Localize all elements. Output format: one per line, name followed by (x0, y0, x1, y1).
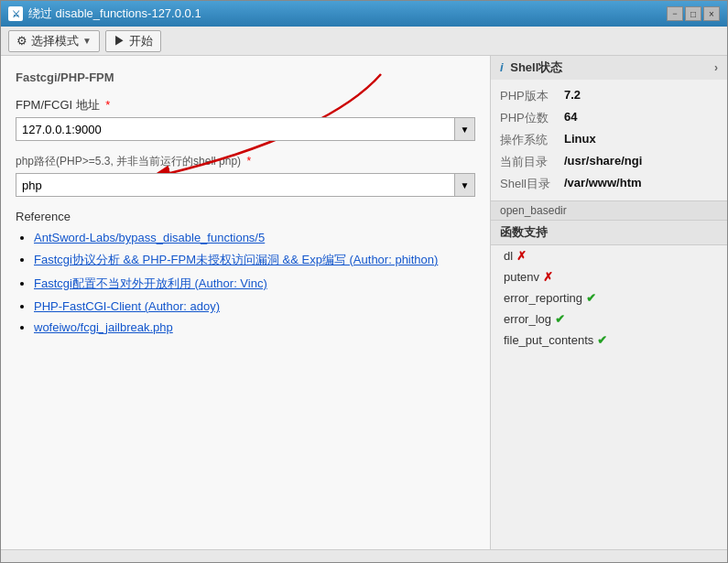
functions-section-header: 函数支持 (491, 221, 727, 245)
right-panel: i Shell状态 › PHP版本 7.2 PHP位数 64 操作系 (491, 56, 727, 549)
section-title: Fastcgi/PHP-FPM (16, 70, 475, 84)
list-item: Fastcgi配置不当对外开放利用 (Author: Vinc) (34, 276, 475, 292)
required-star-php: * (246, 155, 251, 168)
functions-label: 函数支持 (500, 225, 548, 239)
start-button[interactable]: ▶ 开始 (105, 30, 161, 52)
php-path-input[interactable] (16, 173, 455, 197)
window-icon: ⚔ (8, 6, 23, 21)
list-item: Fastcgi协议分析 && PHP-FPM未授权访问漏洞 && Exp编写 (… (34, 252, 475, 268)
minimize-button[interactable]: － (667, 6, 683, 21)
shell-dir-value: /var/www/htm (564, 176, 718, 192)
ref-link-5[interactable]: wofeiwo/fcgi_jailbreak.php (34, 320, 173, 334)
info-icon: i (500, 60, 504, 74)
close-button[interactable]: × (703, 6, 720, 21)
ref-link-1[interactable]: AntSword-Labs/bypass_disable_functions/5 (34, 231, 265, 244)
php-bits-label: PHP位数 (500, 110, 564, 126)
php-version-value: 7.2 (564, 88, 718, 104)
function-name-dl: dl (504, 249, 513, 263)
select-mode-label: 选择模式 (31, 33, 79, 49)
function-item-file-put-contents: file_put_contents ✔ (491, 330, 727, 351)
function-name-file-put-contents: file_put_contents (504, 333, 593, 347)
info-row-current-dir: 当前目录 /usr/share/ngi (500, 151, 718, 173)
function-name-error-reporting: error_reporting (504, 291, 582, 305)
main-area: Fastcgi/PHP-FPM FPM/FCGI 地址 * ▼ php路径(PH… (1, 56, 727, 549)
function-item-error-reporting: error_reporting ✔ (491, 287, 727, 309)
bottom-scrollbar[interactable] (1, 549, 727, 562)
list-item: PHP-FastCGI-Client (Author: adoy) (34, 299, 475, 313)
function-name-putenv: putenv (504, 270, 539, 284)
php-path-label: php路径(PHP>=5.3, 并非当前运行的shell php) * (16, 154, 475, 169)
os-value: Linux (564, 132, 718, 148)
cross-icon-dl: ✗ (516, 249, 527, 263)
check-icon-file-put-contents: ✔ (597, 333, 607, 347)
toolbar: ⚙ 选择模式 ▼ ▶ 开始 (1, 27, 727, 56)
expand-icon[interactable]: › (714, 61, 718, 74)
list-item: AntSword-Labs/bypass_disable_functions/5 (34, 231, 475, 244)
current-dir-value: /usr/share/ngi (564, 154, 718, 170)
function-item-error-log: error_log ✔ (491, 309, 727, 330)
cross-icon-putenv: ✗ (543, 270, 553, 284)
maximize-button[interactable]: □ (685, 6, 701, 21)
left-panel: Fastcgi/PHP-FPM FPM/FCGI 地址 * ▼ php路径(PH… (1, 56, 491, 549)
php-dropdown-button[interactable]: ▼ (455, 173, 475, 197)
php-version-label: PHP版本 (500, 88, 564, 104)
functions-section: 函数支持 dl ✗ putenv ✗ error_reporting ✔ err… (491, 221, 727, 549)
fpm-field-section: FPM/FCGI 地址 * ▼ (16, 97, 475, 141)
main-window: ⚔ 绕过 disable_functions-127.0.0.1 － □ × ⚙… (0, 0, 728, 563)
function-item-putenv: putenv ✗ (491, 266, 727, 287)
start-label: ▶ 开始 (114, 33, 153, 49)
check-icon-error-reporting: ✔ (586, 291, 596, 305)
window-controls: － □ × (667, 6, 720, 21)
info-row-php-bits: PHP位数 64 (500, 107, 718, 129)
title-bar-left: ⚔ 绕过 disable_functions-127.0.0.1 (8, 5, 201, 22)
function-item-dl: dl ✗ (491, 245, 727, 266)
info-row-shell-dir: Shell目录 /var/www/htm (500, 173, 718, 195)
list-item: wofeiwo/fcgi_jailbreak.php (34, 320, 475, 334)
current-dir-label: 当前目录 (500, 154, 564, 170)
info-row-os: 操作系统 Linux (500, 129, 718, 151)
function-name-error-log: error_log (504, 312, 551, 326)
reference-title: Reference (16, 210, 475, 223)
ref-link-2[interactable]: Fastcgi协议分析 && PHP-FPM未授权访问漏洞 && Exp编写 (… (34, 253, 438, 266)
fpm-input-row: ▼ (16, 117, 475, 141)
info-table: PHP版本 7.2 PHP位数 64 操作系统 Linux 当前目录 /usr/… (491, 80, 727, 200)
title-bar: ⚔ 绕过 disable_functions-127.0.0.1 － □ × (1, 1, 727, 27)
check-icon-error-log: ✔ (555, 312, 565, 326)
php-path-field-section: php路径(PHP>=5.3, 并非当前运行的shell php) * ▼ (16, 154, 475, 197)
shell-status-header: i Shell状态 › (491, 56, 727, 80)
info-row-php-version: PHP版本 7.2 (500, 85, 718, 107)
select-mode-button[interactable]: ⚙ 选择模式 ▼ (8, 30, 100, 52)
fpm-input[interactable] (16, 117, 455, 141)
shell-status-section: i Shell状态 › PHP版本 7.2 PHP位数 64 操作系 (491, 56, 727, 201)
open-basedir-bar: open_basedir (491, 201, 727, 221)
ref-link-4[interactable]: PHP-FastCGI-Client (Author: adoy) (34, 299, 220, 313)
open-basedir-label: open_basedir (500, 204, 567, 217)
window-title: 绕过 disable_functions-127.0.0.1 (28, 5, 201, 22)
fpm-label: FPM/FCGI 地址 * (16, 97, 475, 114)
shell-status-label: Shell状态 (510, 60, 562, 74)
required-star-fpm: * (105, 98, 110, 112)
fpm-dropdown-button[interactable]: ▼ (455, 117, 475, 141)
os-label: 操作系统 (500, 132, 564, 148)
php-bits-value: 64 (564, 110, 718, 126)
settings-icon: ⚙ (16, 34, 27, 48)
dropdown-arrow-icon: ▼ (82, 36, 92, 46)
php-path-input-row: ▼ (16, 173, 475, 197)
ref-link-3[interactable]: Fastcgi配置不当对外开放利用 (Author: Vinc) (34, 276, 267, 290)
reference-list: AntSword-Labs/bypass_disable_functions/5… (16, 231, 475, 334)
shell-dir-label: Shell目录 (500, 176, 564, 192)
